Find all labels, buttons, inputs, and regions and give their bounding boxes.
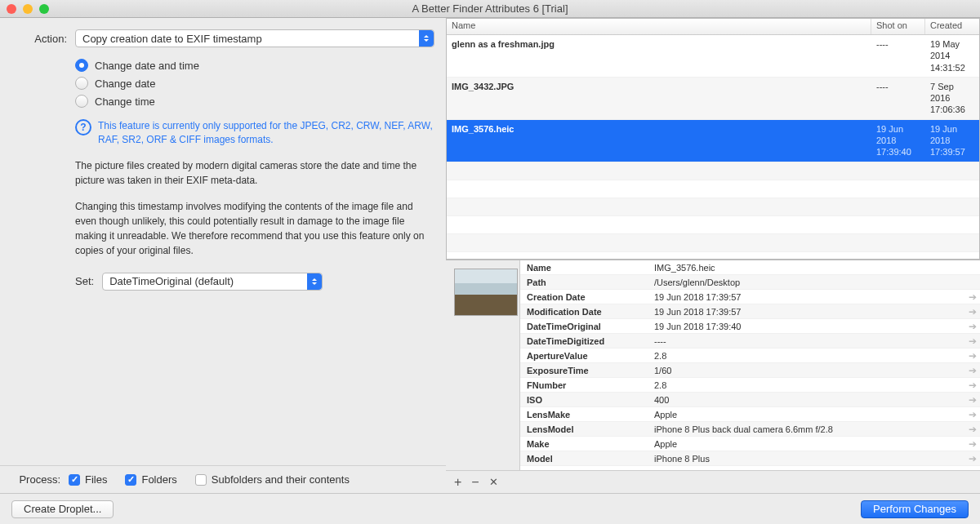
- action-select[interactable]: Copy creation date to EXIF timestamp: [75, 29, 434, 47]
- process-bar: Process: Files Folders Subfolders and th…: [0, 465, 446, 493]
- cell-shot: ----: [871, 78, 925, 119]
- info-text: This feature is currently only supported…: [98, 119, 434, 147]
- cell-name: IMG_3576.heic: [447, 120, 871, 162]
- metadata-value: 2.8: [651, 349, 965, 362]
- radio-change-date[interactable]: Change date: [75, 77, 434, 90]
- metadata-value: 19 Jun 2018 17:39:40: [651, 320, 965, 333]
- metadata-value: iPhone 8 Plus back dual camera 6.6mm f/2…: [651, 423, 965, 436]
- cell-shot: ----: [871, 35, 925, 77]
- metadata-row: Modification Date19 Jun 2018 17:39:57➔: [520, 304, 980, 319]
- metadata-key: Name: [520, 261, 651, 274]
- chevron-updown-icon: [419, 30, 434, 47]
- apply-arrow-icon[interactable]: ➔: [965, 306, 980, 318]
- checkbox-icon: [69, 474, 80, 486]
- radio-change-time[interactable]: Change time: [75, 95, 434, 108]
- body-paragraph-1: The picture files created by modern digi…: [75, 158, 434, 188]
- metadata-value: ----: [651, 335, 965, 348]
- remove-button[interactable]: −: [471, 475, 479, 490]
- create-droplet-button[interactable]: Create Droplet...: [11, 500, 114, 518]
- apply-arrow-icon[interactable]: ➔: [965, 453, 980, 464]
- metadata-key: Modification Date: [520, 305, 651, 318]
- action-select-value: Copy creation date to EXIF timestamp: [82, 33, 419, 45]
- metadata-key: FNumber: [520, 379, 651, 392]
- metadata-row: NameIMG_3576.heic: [520, 260, 980, 275]
- apply-arrow-icon[interactable]: ➔: [965, 335, 980, 347]
- info-icon: ?: [75, 119, 91, 135]
- metadata-value: 19 Jun 2018 17:39:57: [651, 305, 965, 318]
- metadata-row: MakeApple➔: [520, 437, 980, 451]
- list-controls: + − ✕: [446, 470, 980, 493]
- metadata-key: ExposureTime: [520, 364, 651, 377]
- chevron-updown-icon: [307, 273, 322, 290]
- table-row[interactable]: IMG_3432.JPG----7 Sep 2016 17:06:36: [447, 78, 979, 120]
- table-body: glenn as a freshman.jpg----19 May 2014 1…: [447, 35, 979, 259]
- table-row[interactable]: glenn as a freshman.jpg----19 May 2014 1…: [447, 35, 979, 78]
- radio-label: Change date: [95, 78, 155, 90]
- metadata-value: /Users/glenn/Desktop: [651, 276, 965, 289]
- apply-arrow-icon[interactable]: ➔: [965, 291, 980, 303]
- checkbox-subfolders[interactable]: Subfolders and their contents: [195, 473, 350, 486]
- metadata-value: 2.8: [651, 379, 965, 392]
- checkbox-label: Subfolders and their contents: [212, 473, 350, 486]
- cell-name: glenn as a freshman.jpg: [447, 35, 871, 77]
- apply-arrow-icon[interactable]: ➔: [965, 424, 980, 435]
- column-shot-header[interactable]: Shot on: [871, 19, 925, 34]
- metadata-value: IMG_3576.heic: [651, 261, 965, 274]
- metadata-row: ApertureValue2.8➔: [520, 349, 980, 363]
- apply-arrow-icon[interactable]: ➔: [965, 394, 980, 406]
- cell-shot: 19 Jun 2018 17:39:40: [871, 120, 925, 162]
- apply-arrow-icon[interactable]: ➔: [965, 321, 980, 332]
- radio-label: Change date and time: [95, 60, 199, 72]
- set-label: Set:: [75, 275, 94, 287]
- checkbox-label: Files: [85, 473, 107, 486]
- checkbox-files[interactable]: Files: [69, 473, 107, 486]
- metadata-row: FNumber2.8➔: [520, 378, 980, 393]
- perform-changes-button[interactable]: Perform Changes: [861, 500, 969, 518]
- checkbox-label: Folders: [141, 473, 176, 486]
- change-radio-group: Change date and time Change date Change …: [75, 59, 434, 113]
- metadata-key: Path: [520, 276, 651, 289]
- titlebar: A Better Finder Attributes 6 [Trial]: [0, 0, 980, 18]
- metadata-row: ModeliPhone 8 Plus➔: [520, 451, 980, 466]
- thumbnail-image: [454, 269, 518, 316]
- cell-created: 7 Sep 2016 17:06:36: [925, 78, 979, 119]
- metadata-value: Apple: [651, 408, 965, 421]
- cell-name: IMG_3432.JPG: [447, 78, 871, 119]
- metadata-value: 1/60: [651, 364, 965, 377]
- checkbox-icon: [125, 474, 136, 486]
- table-row[interactable]: IMG_3576.heic19 Jun 2018 17:39:4019 Jun …: [447, 120, 979, 162]
- metadata-key: Model: [520, 452, 651, 465]
- metadata-row: DateTimeDigitized----➔: [520, 334, 980, 349]
- metadata-key: ApertureValue: [520, 349, 651, 362]
- metadata-key: LensMake: [520, 408, 651, 421]
- cell-created: 19 Jun 2018 17:39:57: [925, 120, 979, 162]
- column-created-header[interactable]: Created: [925, 19, 979, 34]
- body-paragraph-2: Changing this timestamp involves modifyi…: [75, 199, 434, 258]
- settings-panel: Action: Copy creation date to EXIF times…: [0, 18, 446, 493]
- metadata-key: Creation Date: [520, 291, 651, 304]
- checkbox-icon: [195, 474, 207, 486]
- metadata-value: 19 Jun 2018 17:39:57: [651, 291, 965, 304]
- metadata-value: iPhone 8 Plus: [651, 452, 965, 465]
- set-select-value: DateTimeOriginal (default): [109, 275, 307, 287]
- window-title: A Better Finder Attributes 6 [Trial]: [0, 2, 980, 15]
- clear-button[interactable]: ✕: [489, 476, 498, 488]
- apply-arrow-icon[interactable]: ➔: [965, 409, 980, 420]
- set-select[interactable]: DateTimeOriginal (default): [102, 273, 323, 291]
- radio-change-date-time[interactable]: Change date and time: [75, 59, 434, 72]
- metadata-key: DateTimeOriginal: [520, 320, 651, 333]
- apply-arrow-icon[interactable]: ➔: [965, 350, 980, 362]
- cell-created: 19 May 2014 14:31:52: [925, 35, 979, 77]
- apply-arrow-icon[interactable]: ➔: [965, 438, 980, 450]
- detail-panel: NameIMG_3576.heicPath/Users/glenn/Deskto…: [446, 260, 980, 470]
- metadata-key: DateTimeDigitized: [520, 335, 651, 348]
- apply-arrow-icon[interactable]: ➔: [965, 380, 980, 391]
- radio-icon: [75, 95, 88, 108]
- table-header: Name Shot on Created: [447, 19, 979, 35]
- checkbox-folders[interactable]: Folders: [125, 473, 176, 486]
- add-button[interactable]: +: [454, 475, 461, 490]
- apply-arrow-icon[interactable]: ➔: [965, 365, 980, 376]
- radio-label: Change time: [95, 95, 155, 108]
- metadata-key: ISO: [520, 393, 651, 406]
- column-name-header[interactable]: Name: [447, 19, 871, 34]
